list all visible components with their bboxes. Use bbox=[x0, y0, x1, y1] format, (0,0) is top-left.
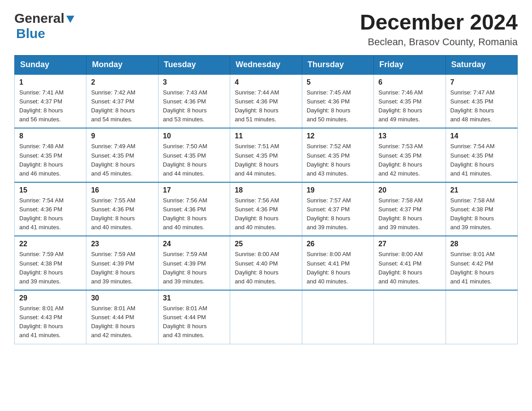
calendar-cell: 22 Sunrise: 7:59 AMSunset: 4:38 PMDaylig… bbox=[15, 236, 86, 290]
day-info: Sunrise: 7:58 AMSunset: 4:38 PMDaylight:… bbox=[450, 197, 495, 231]
logo-blue: Blue bbox=[16, 26, 45, 41]
day-number: 2 bbox=[91, 78, 153, 86]
calendar-cell: 8 Sunrise: 7:48 AMSunset: 4:35 PMDayligh… bbox=[15, 128, 86, 182]
calendar-week-row: 8 Sunrise: 7:48 AMSunset: 4:35 PMDayligh… bbox=[15, 128, 518, 182]
calendar-cell: 2 Sunrise: 7:42 AMSunset: 4:37 PMDayligh… bbox=[86, 74, 158, 128]
calendar-table: SundayMondayTuesdayWednesdayThursdayFrid… bbox=[14, 55, 518, 344]
calendar-cell: 17 Sunrise: 7:56 AMSunset: 4:36 PMDaylig… bbox=[158, 182, 230, 236]
header-saturday: Saturday bbox=[446, 55, 517, 74]
calendar-cell: 26 Sunrise: 8:00 AMSunset: 4:41 PMDaylig… bbox=[302, 236, 373, 290]
calendar-subtitle: Beclean, Brasov County, Romania bbox=[360, 36, 518, 48]
calendar-cell bbox=[302, 290, 373, 344]
day-number: 26 bbox=[307, 240, 369, 248]
day-number: 28 bbox=[450, 240, 513, 248]
header-sunday: Sunday bbox=[15, 55, 86, 74]
day-number: 16 bbox=[91, 186, 153, 194]
day-info: Sunrise: 7:59 AMSunset: 4:38 PMDaylight:… bbox=[19, 251, 64, 284]
day-number: 22 bbox=[19, 240, 82, 248]
day-info: Sunrise: 8:01 AMSunset: 4:44 PMDaylight:… bbox=[91, 305, 135, 338]
day-info: Sunrise: 7:44 AMSunset: 4:36 PMDaylight:… bbox=[235, 89, 279, 123]
calendar-week-row: 29 Sunrise: 8:01 AMSunset: 4:43 PMDaylig… bbox=[15, 290, 518, 344]
day-info: Sunrise: 7:56 AMSunset: 4:36 PMDaylight:… bbox=[163, 197, 207, 231]
calendar-cell: 9 Sunrise: 7:49 AMSunset: 4:35 PMDayligh… bbox=[86, 128, 158, 182]
day-number: 19 bbox=[307, 186, 369, 194]
day-number: 8 bbox=[19, 132, 82, 140]
calendar-cell: 27 Sunrise: 8:00 AMSunset: 4:41 PMDaylig… bbox=[374, 236, 446, 290]
day-number: 24 bbox=[163, 240, 225, 248]
logo-general: General bbox=[14, 11, 64, 26]
calendar-cell: 3 Sunrise: 7:43 AMSunset: 4:36 PMDayligh… bbox=[158, 74, 230, 128]
day-info: Sunrise: 7:58 AMSunset: 4:37 PMDaylight:… bbox=[378, 197, 423, 231]
day-number: 7 bbox=[450, 78, 513, 86]
calendar-cell: 18 Sunrise: 7:56 AMSunset: 4:36 PMDaylig… bbox=[230, 182, 302, 236]
day-number: 5 bbox=[307, 78, 369, 86]
calendar-cell: 16 Sunrise: 7:55 AMSunset: 4:36 PMDaylig… bbox=[86, 182, 158, 236]
day-info: Sunrise: 8:01 AMSunset: 4:44 PMDaylight:… bbox=[163, 305, 207, 338]
calendar-cell: 30 Sunrise: 8:01 AMSunset: 4:44 PMDaylig… bbox=[86, 290, 158, 344]
day-number: 27 bbox=[378, 240, 441, 248]
calendar-cell: 7 Sunrise: 7:47 AMSunset: 4:35 PMDayligh… bbox=[446, 74, 517, 128]
day-number: 18 bbox=[235, 186, 297, 194]
calendar-cell: 12 Sunrise: 7:52 AMSunset: 4:35 PMDaylig… bbox=[302, 128, 373, 182]
calendar-week-row: 15 Sunrise: 7:54 AMSunset: 4:36 PMDaylig… bbox=[15, 182, 518, 236]
day-info: Sunrise: 7:59 AMSunset: 4:39 PMDaylight:… bbox=[163, 251, 207, 284]
calendar-cell bbox=[230, 290, 302, 344]
day-info: Sunrise: 7:49 AMSunset: 4:35 PMDaylight:… bbox=[91, 143, 135, 176]
day-number: 10 bbox=[163, 132, 225, 140]
day-info: Sunrise: 7:46 AMSunset: 4:35 PMDaylight:… bbox=[378, 89, 423, 123]
calendar-cell: 14 Sunrise: 7:54 AMSunset: 4:35 PMDaylig… bbox=[446, 128, 517, 182]
page-header: General Blue December 2024 Beclean, Bras… bbox=[14, 11, 518, 48]
day-info: Sunrise: 8:01 AMSunset: 4:43 PMDaylight:… bbox=[19, 305, 64, 338]
day-number: 29 bbox=[19, 294, 82, 302]
day-info: Sunrise: 7:54 AMSunset: 4:35 PMDaylight:… bbox=[450, 143, 495, 176]
calendar-week-row: 1 Sunrise: 7:41 AMSunset: 4:37 PMDayligh… bbox=[15, 74, 518, 128]
day-info: Sunrise: 7:56 AMSunset: 4:36 PMDaylight:… bbox=[235, 197, 279, 231]
calendar-cell: 23 Sunrise: 7:59 AMSunset: 4:39 PMDaylig… bbox=[86, 236, 158, 290]
day-number: 20 bbox=[378, 186, 441, 194]
calendar-cell: 31 Sunrise: 8:01 AMSunset: 4:44 PMDaylig… bbox=[158, 290, 230, 344]
day-info: Sunrise: 7:41 AMSunset: 4:37 PMDaylight:… bbox=[19, 89, 64, 123]
svg-marker-0 bbox=[66, 16, 74, 23]
calendar-cell bbox=[446, 290, 517, 344]
calendar-cell: 13 Sunrise: 7:53 AMSunset: 4:35 PMDaylig… bbox=[374, 128, 446, 182]
calendar-cell: 25 Sunrise: 8:00 AMSunset: 4:40 PMDaylig… bbox=[230, 236, 302, 290]
day-info: Sunrise: 8:00 AMSunset: 4:41 PMDaylight:… bbox=[307, 251, 351, 284]
day-info: Sunrise: 8:00 AMSunset: 4:40 PMDaylight:… bbox=[235, 251, 279, 284]
calendar-cell: 1 Sunrise: 7:41 AMSunset: 4:37 PMDayligh… bbox=[15, 74, 86, 128]
header-wednesday: Wednesday bbox=[230, 55, 302, 74]
day-info: Sunrise: 8:00 AMSunset: 4:41 PMDaylight:… bbox=[378, 251, 423, 284]
day-info: Sunrise: 7:52 AMSunset: 4:35 PMDaylight:… bbox=[307, 143, 351, 176]
day-number: 31 bbox=[163, 294, 225, 302]
calendar-cell: 21 Sunrise: 7:58 AMSunset: 4:38 PMDaylig… bbox=[446, 182, 517, 236]
day-number: 15 bbox=[19, 186, 82, 194]
calendar-cell: 10 Sunrise: 7:50 AMSunset: 4:35 PMDaylig… bbox=[158, 128, 230, 182]
calendar-title: December 2024 bbox=[360, 11, 518, 34]
calendar-cell: 6 Sunrise: 7:46 AMSunset: 4:35 PMDayligh… bbox=[374, 74, 446, 128]
calendar-cell bbox=[374, 290, 446, 344]
day-number: 3 bbox=[163, 78, 225, 86]
day-number: 25 bbox=[235, 240, 297, 248]
calendar-cell: 29 Sunrise: 8:01 AMSunset: 4:43 PMDaylig… bbox=[15, 290, 86, 344]
day-info: Sunrise: 7:50 AMSunset: 4:35 PMDaylight:… bbox=[163, 143, 207, 176]
day-number: 9 bbox=[91, 132, 153, 140]
calendar-cell: 24 Sunrise: 7:59 AMSunset: 4:39 PMDaylig… bbox=[158, 236, 230, 290]
calendar-header-row: SundayMondayTuesdayWednesdayThursdayFrid… bbox=[15, 55, 518, 74]
day-number: 11 bbox=[235, 132, 297, 140]
day-number: 4 bbox=[235, 78, 297, 86]
day-number: 14 bbox=[450, 132, 513, 140]
day-info: Sunrise: 7:43 AMSunset: 4:36 PMDaylight:… bbox=[163, 89, 207, 123]
logo-triangle-icon bbox=[65, 14, 75, 24]
day-info: Sunrise: 7:53 AMSunset: 4:35 PMDaylight:… bbox=[378, 143, 423, 176]
calendar-week-row: 22 Sunrise: 7:59 AMSunset: 4:38 PMDaylig… bbox=[15, 236, 518, 290]
header-monday: Monday bbox=[86, 55, 158, 74]
day-number: 13 bbox=[378, 132, 441, 140]
calendar-cell: 20 Sunrise: 7:58 AMSunset: 4:37 PMDaylig… bbox=[374, 182, 446, 236]
day-info: Sunrise: 7:48 AMSunset: 4:35 PMDaylight:… bbox=[19, 143, 64, 176]
day-info: Sunrise: 7:51 AMSunset: 4:35 PMDaylight:… bbox=[235, 143, 279, 176]
day-info: Sunrise: 7:57 AMSunset: 4:37 PMDaylight:… bbox=[307, 197, 351, 231]
day-info: Sunrise: 7:59 AMSunset: 4:39 PMDaylight:… bbox=[91, 251, 135, 284]
calendar-cell: 5 Sunrise: 7:45 AMSunset: 4:36 PMDayligh… bbox=[302, 74, 373, 128]
day-number: 23 bbox=[91, 240, 153, 248]
day-number: 21 bbox=[450, 186, 513, 194]
day-info: Sunrise: 7:55 AMSunset: 4:36 PMDaylight:… bbox=[91, 197, 135, 231]
